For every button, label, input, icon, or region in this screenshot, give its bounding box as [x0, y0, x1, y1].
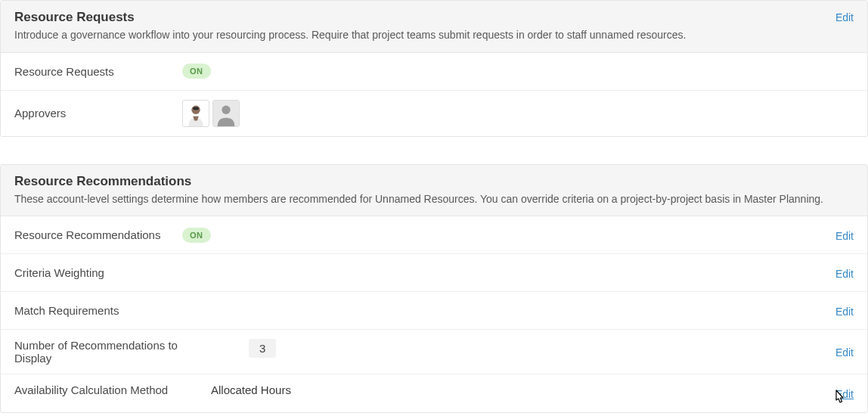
- resource-requests-card: Resource Requests Introduce a governance…: [0, 0, 868, 137]
- resource-requests-edit-link[interactable]: Edit: [835, 10, 854, 23]
- person-photo-icon: [183, 101, 209, 126]
- approvers-label: Approvers: [14, 107, 182, 120]
- num-recommendations-value: 3: [249, 339, 276, 358]
- availability-method-label: Availability Calculation Method: [14, 383, 211, 396]
- resource-requests-status-label: Resource Requests: [14, 65, 182, 78]
- criteria-weighting-label: Criteria Weighting: [14, 266, 182, 279]
- availability-method-edit-link[interactable]: Edit: [835, 387, 854, 400]
- match-requirements-edit-link[interactable]: Edit: [835, 304, 854, 318]
- num-recommendations-label: Number of Recommendations to Display: [14, 339, 211, 365]
- recommendations-status-row: Resource Recommendations ON Edit: [1, 216, 867, 254]
- availability-method-value: Allocated Hours: [211, 383, 291, 396]
- resource-recommendations-header: Resource Recommendations These account-l…: [1, 165, 867, 217]
- recommendations-status-pill: ON: [182, 228, 211, 243]
- approver-avatar-1[interactable]: [182, 100, 209, 127]
- resource-recommendations-description: These account-level settings determine h…: [14, 192, 854, 207]
- resource-requests-status-pill: ON: [182, 64, 211, 79]
- availability-method-row: Availability Calculation Method Allocate…: [1, 374, 867, 412]
- match-requirements-row: Match Requirements Edit: [1, 292, 867, 330]
- approvers-avatars: [182, 100, 240, 127]
- svg-point-4: [222, 105, 230, 113]
- svg-rect-2: [193, 107, 199, 110]
- criteria-weighting-row: Criteria Weighting Edit: [1, 254, 867, 292]
- approvers-row: Approvers: [1, 91, 867, 136]
- num-recommendations-row: Number of Recommendations to Display 3 E…: [1, 330, 867, 374]
- criteria-weighting-edit-link[interactable]: Edit: [835, 266, 854, 280]
- resource-requests-title: Resource Requests: [14, 10, 820, 25]
- resource-requests-status-row: Resource Requests ON: [1, 53, 867, 91]
- resource-requests-description: Introduce a governance workflow into you…: [14, 28, 820, 43]
- match-requirements-label: Match Requirements: [14, 304, 182, 317]
- resource-recommendations-card: Resource Recommendations These account-l…: [0, 164, 868, 414]
- num-recommendations-edit-link[interactable]: Edit: [835, 345, 854, 359]
- resource-recommendations-title: Resource Recommendations: [14, 174, 854, 189]
- recommendations-status-label: Resource Recommendations: [14, 228, 182, 241]
- approver-avatar-2[interactable]: [212, 100, 240, 127]
- recommendations-status-edit-link[interactable]: Edit: [835, 228, 854, 242]
- resource-requests-header: Resource Requests Introduce a governance…: [1, 1, 867, 53]
- person-placeholder-icon: [213, 101, 239, 126]
